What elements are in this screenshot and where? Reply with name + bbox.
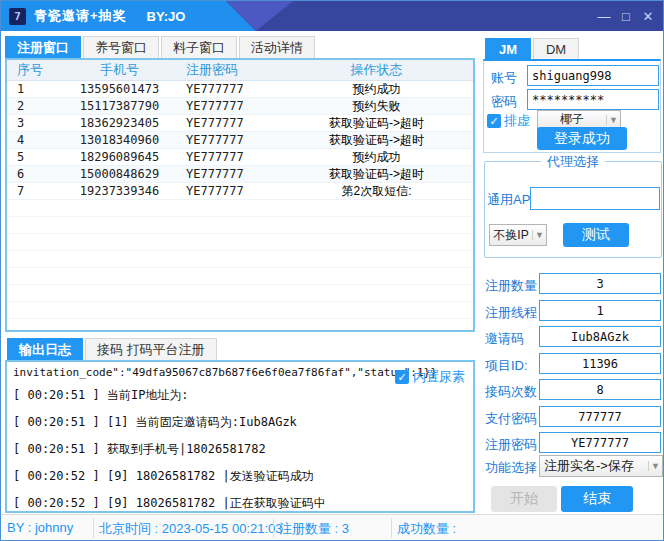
field-input-3[interactable]	[539, 326, 661, 347]
cell-index: 1	[7, 82, 59, 96]
cell-index: 5	[7, 150, 59, 164]
cell-phone: 13595601473	[59, 82, 180, 96]
tab-main-3[interactable]: 料子窗口	[161, 36, 237, 58]
cell-password: YE777777	[180, 133, 280, 147]
status-divider	[273, 518, 274, 538]
phone-table: 序号手机号注册密码操作状态 113595601473YE777777预约成功21…	[5, 58, 475, 332]
cell-status: 第2次取短信:	[280, 183, 473, 200]
api-input[interactable]	[530, 187, 660, 210]
log-line: [ 00:20:51 ] 当前IP地址为:	[13, 387, 467, 404]
status-by: BY : johnny	[7, 520, 73, 535]
chevron-down-icon: ▼	[648, 461, 662, 471]
checkbox-check-icon: ✓	[395, 370, 409, 384]
account-tabbar: JMDM	[485, 38, 581, 60]
cell-index: 4	[7, 133, 59, 147]
chevron-down-icon: ▼	[606, 115, 620, 125]
left-panel: 注册窗口养号窗口料子窗口活动详情 序号手机号注册密码操作状态 113595601…	[1, 31, 479, 516]
status-reg-count: 注册数量 : 3	[279, 520, 349, 538]
field-label: 接码次数	[485, 383, 539, 401]
tab-main-1[interactable]: 注册窗口	[5, 36, 81, 58]
status-time: 北京时间 : 2023-05-15 00:21:03	[99, 520, 283, 538]
table-empty-row	[7, 217, 473, 234]
checkbox-check-icon: ✓	[487, 114, 501, 128]
field-input-7[interactable]	[539, 432, 661, 453]
proxy-group-title: 代理选择	[541, 153, 605, 171]
field-label: 注册线程	[485, 304, 539, 322]
window-title: 青瓷邀请+抽奖	[34, 7, 127, 25]
start-button[interactable]: 开始	[491, 486, 557, 512]
table-row[interactable]: 318362923405YE777777获取验证码->超时	[7, 115, 473, 132]
column-header: 操作状态	[280, 61, 473, 79]
status-success-count: 成功数量 :	[397, 520, 456, 538]
field-label: 邀请码	[485, 330, 539, 348]
field-input-5[interactable]	[539, 379, 661, 400]
table-empty-row	[7, 200, 473, 217]
cell-password: YE777777	[180, 82, 280, 96]
tab-account-2[interactable]: DM	[533, 38, 579, 60]
end-button[interactable]: 结束	[561, 486, 633, 512]
cell-index: 6	[7, 167, 59, 181]
field-label: 项目ID:	[485, 357, 539, 375]
cell-password: YE777777	[180, 184, 280, 198]
table-row[interactable]: 113595601473YE777777预约成功	[7, 81, 473, 98]
titlebar: 7 青瓷邀请+抽奖 BY:JO — □ ✕	[1, 1, 663, 31]
cell-password: YE777777	[180, 99, 280, 113]
column-header: 注册密码	[180, 61, 280, 79]
table-row[interactable]: 413018340960YE777777获取验证码->超时	[7, 132, 473, 149]
minimize-button[interactable]: —	[593, 9, 615, 24]
table-row[interactable]: 518296089645YE777777预约成功	[7, 149, 473, 166]
table-row[interactable]: 615000848629YE777777获取验证码->超时	[7, 166, 473, 183]
filter-checkbox[interactable]: ✓ 排虚	[487, 112, 530, 130]
cell-index: 2	[7, 99, 59, 113]
api-label: 通用API	[487, 191, 534, 209]
log-line: [ 00:20:52 ] [9] 18026581782 |发送验证码成功	[13, 468, 467, 485]
status-divider	[391, 518, 392, 538]
line-dropdown-value: 椰子	[538, 111, 606, 128]
field-input-4[interactable]	[539, 353, 661, 374]
cell-status: 获取验证码->超时	[280, 132, 473, 149]
field-label: 注册数量	[485, 277, 539, 295]
window-title-by: BY:JO	[147, 9, 186, 24]
test-button[interactable]: 测试	[563, 223, 629, 247]
field-input-2[interactable]	[539, 300, 661, 321]
ip-mode-value: 不换IP	[490, 227, 532, 244]
app-icon: 7	[9, 8, 26, 25]
cell-status: 获取验证码->超时	[280, 166, 473, 183]
field-label: 支付密码	[485, 410, 539, 428]
tab-account-1[interactable]: JM	[485, 38, 531, 60]
table-empty-row	[7, 251, 473, 268]
tab-log-2[interactable]: 接码 打码平台注册	[85, 338, 217, 360]
tab-log-1[interactable]: 输出日志	[7, 338, 83, 360]
table-empty-row	[7, 268, 473, 285]
maximize-button[interactable]: □	[615, 9, 637, 24]
cell-status: 预约成功	[280, 81, 473, 98]
function-select-value: 注册实名->保存	[540, 457, 648, 475]
close-button[interactable]: ✕	[637, 9, 659, 24]
account-label: 账号	[491, 69, 517, 87]
cell-phone: 13018340960	[59, 133, 180, 147]
table-row[interactable]: 719237339346YE777777第2次取短信:	[7, 183, 473, 200]
ip-mode-dropdown[interactable]: 不换IP ▼	[489, 224, 547, 246]
tab-main-2[interactable]: 养号窗口	[83, 36, 159, 58]
chevron-down-icon: ▼	[532, 230, 546, 240]
main-tabbar: 注册窗口养号窗口料子窗口活动详情	[5, 36, 317, 58]
function-select-dropdown[interactable]: 注册实名->保存 ▼	[539, 455, 663, 477]
login-button[interactable]: 登录成功	[537, 127, 627, 150]
password-input[interactable]	[527, 89, 659, 110]
table-empty-row	[7, 302, 473, 319]
cell-phone: 15117387790	[59, 99, 180, 113]
tab-main-4[interactable]: 活动详情	[239, 36, 315, 58]
cell-password: YE777777	[180, 167, 280, 181]
table-row[interactable]: 215117387790YE777777预约失败	[7, 98, 473, 115]
builtin-checkbox[interactable]: ✓ 内置尿素	[395, 368, 465, 386]
statusbar: BY : johnny 北京时间 : 2023-05-15 00:21:03 注…	[1, 514, 663, 540]
account-input[interactable]	[527, 65, 659, 86]
field-input-1[interactable]	[539, 273, 661, 294]
cell-index: 7	[7, 184, 59, 198]
cell-status: 获取验证码->超时	[280, 115, 473, 132]
builtin-checkbox-label: 内置尿素	[413, 368, 465, 386]
log-panel: ✓ 内置尿素 invitation_code":"49dfa95067c87b6…	[5, 360, 475, 513]
log-tabbar: 输出日志接码 打码平台注册	[7, 338, 219, 360]
log-line: [ 00:20:51 ] 获取到手机号|18026581782	[13, 441, 467, 458]
field-input-6[interactable]	[539, 406, 661, 427]
